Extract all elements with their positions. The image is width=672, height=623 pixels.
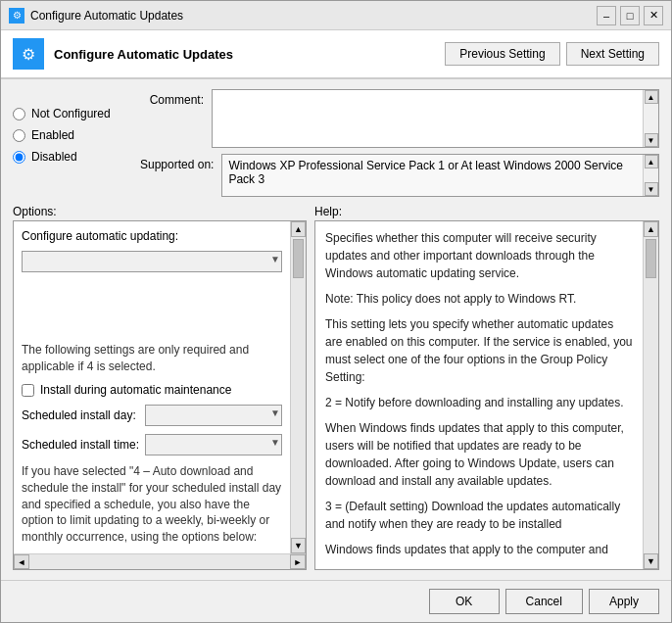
- configure-label: Configure automatic updating:: [22, 229, 282, 243]
- comment-scroll-up[interactable]: ▲: [645, 90, 658, 104]
- applicable-text: The following settings are only required…: [22, 342, 282, 375]
- bottom-paragraph: If you have selected "4 – Auto download …: [22, 463, 282, 546]
- options-hscroll-left[interactable]: ◄: [14, 554, 29, 569]
- comment-row: Comment: ▲ ▼: [140, 89, 659, 148]
- title-bar-left: ⚙ Configure Automatic Updates: [9, 8, 183, 24]
- window-icon: ⚙: [9, 8, 24, 24]
- help-scroll-track: [644, 237, 658, 553]
- title-bar: ⚙ Configure Automatic Updates – □ ✕: [1, 1, 671, 30]
- options-hscroll-right[interactable]: ►: [290, 554, 306, 569]
- close-button[interactable]: ✕: [644, 6, 663, 25]
- supported-scroll-up[interactable]: ▲: [645, 155, 658, 168]
- radio-enabled[interactable]: Enabled: [13, 128, 130, 142]
- schedule-time-row: Scheduled install time: ▼: [22, 434, 282, 455]
- supported-scrollbar: ▲ ▼: [643, 155, 658, 196]
- top-section: Not Configured Enabled Disabled Comment:: [13, 89, 659, 197]
- help-vscrollbar: ▲ ▼: [643, 221, 658, 569]
- help-content: Specifies whether this computer will rec…: [315, 221, 643, 569]
- help-p4: 2 = Notify before downloading and instal…: [325, 394, 633, 411]
- help-p5: When Windows finds updates that apply to…: [325, 419, 633, 490]
- cancel-button[interactable]: Cancel: [505, 589, 583, 614]
- schedule-time-dropdown[interactable]: [145, 434, 282, 455]
- header-left: ⚙ Configure Automatic Updates: [13, 38, 233, 70]
- schedule-day-row: Scheduled install day: ▼: [22, 405, 282, 426]
- options-scroll-track: [291, 237, 306, 538]
- options-vscrollbar: ▲ ▼: [290, 221, 306, 553]
- help-p7: Windows finds updates that apply to the …: [325, 541, 633, 558]
- supported-row: Supported on: Windows XP Professional Se…: [140, 154, 659, 197]
- schedule-time-label: Scheduled install time:: [22, 438, 139, 452]
- schedule-day-dropdown[interactable]: [145, 405, 282, 426]
- supported-scroll: Windows XP Professional Service Pack 1 o…: [221, 154, 659, 197]
- options-scroll-up[interactable]: ▲: [291, 221, 306, 237]
- help-p2: Note: This policy does not apply to Wind…: [325, 290, 633, 308]
- comment-scroll-down[interactable]: ▼: [645, 133, 658, 147]
- options-section: Configure automatic updating: ▼ The foll…: [13, 220, 307, 570]
- install-maintenance-label: Install during automatic maintenance: [40, 383, 231, 397]
- comment-scrollbar: ▲ ▼: [643, 90, 658, 147]
- content-area: Not Configured Enabled Disabled Comment:: [1, 79, 671, 580]
- ok-button[interactable]: OK: [429, 589, 500, 614]
- header-title: Configure Automatic Updates: [54, 47, 233, 62]
- header-area: ⚙ Configure Automatic Updates Previous S…: [1, 30, 671, 79]
- sections-row: Configure automatic updating: ▼ The foll…: [13, 220, 659, 570]
- checkbox-row[interactable]: Install during automatic maintenance: [22, 383, 282, 397]
- options-scroll-down[interactable]: ▼: [291, 538, 306, 553]
- maximize-button[interactable]: □: [620, 6, 640, 25]
- help-p1: Specifies whether this computer will rec…: [325, 229, 633, 282]
- right-fields: Comment: ▲ ▼ Supported on: Windows X: [140, 89, 659, 197]
- configure-dropdown[interactable]: [22, 251, 282, 272]
- next-setting-button[interactable]: Next Setting: [566, 42, 659, 66]
- comment-textarea[interactable]: [213, 90, 643, 147]
- radio-not-configured[interactable]: Not Configured: [13, 107, 130, 120]
- help-p3: This setting lets you specify whether au…: [325, 315, 633, 386]
- help-section: Specifies whether this computer will rec…: [314, 220, 659, 570]
- comment-scroll-track: [645, 104, 658, 133]
- help-scroll-down[interactable]: ▼: [644, 553, 658, 569]
- radio-disabled[interactable]: Disabled: [13, 150, 130, 164]
- options-content: Configure automatic updating: ▼ The foll…: [14, 221, 290, 553]
- options-scroll-thumb[interactable]: [293, 239, 304, 278]
- help-scroll-thumb[interactable]: [646, 239, 656, 278]
- supported-label: Supported on:: [140, 154, 214, 171]
- comment-scroll: ▲ ▼: [212, 89, 659, 148]
- bottom-bar: OK Cancel Apply: [1, 580, 671, 622]
- radio-not-configured-label: Not Configured: [31, 107, 111, 120]
- schedule-time-dropdown-container: ▼: [145, 434, 282, 455]
- header-icon: ⚙: [13, 38, 44, 70]
- options-hscrollbar: ◄ ►: [14, 553, 306, 569]
- main-window: ⚙ Configure Automatic Updates – □ ✕ ⚙ Co…: [0, 0, 672, 623]
- supported-scroll-down[interactable]: ▼: [645, 182, 658, 196]
- help-section-title: Help:: [314, 205, 659, 218]
- header-buttons: Previous Setting Next Setting: [445, 42, 659, 66]
- minimize-button[interactable]: –: [597, 6, 616, 25]
- configure-dropdown-container: ▼: [22, 251, 282, 334]
- radio-enabled-label: Enabled: [31, 128, 74, 142]
- previous-setting-button[interactable]: Previous Setting: [445, 42, 559, 66]
- schedule-day-dropdown-container: ▼: [145, 405, 282, 426]
- radio-disabled-label: Disabled: [31, 150, 77, 164]
- radio-enabled-input[interactable]: [13, 129, 25, 142]
- radio-disabled-input[interactable]: [13, 151, 25, 164]
- options-section-title: Options:: [13, 205, 307, 218]
- help-p6: 3 = (Default setting) Download the updat…: [325, 498, 633, 533]
- supported-scroll-track: [645, 168, 658, 182]
- comment-label: Comment:: [140, 89, 204, 107]
- title-buttons: – □ ✕: [597, 6, 663, 25]
- help-scroll-up[interactable]: ▲: [644, 221, 658, 237]
- schedule-day-label: Scheduled install day:: [22, 408, 139, 422]
- radio-not-configured-input[interactable]: [13, 108, 25, 120]
- labels-row: Options: Help:: [13, 205, 659, 218]
- apply-button[interactable]: Apply: [589, 589, 659, 614]
- install-maintenance-checkbox[interactable]: [22, 384, 34, 397]
- supported-value: Windows XP Professional Service Pack 1 o…: [222, 155, 643, 196]
- radio-group: Not Configured Enabled Disabled: [13, 89, 130, 197]
- options-hscroll-track: [29, 554, 290, 569]
- window-title: Configure Automatic Updates: [30, 9, 183, 23]
